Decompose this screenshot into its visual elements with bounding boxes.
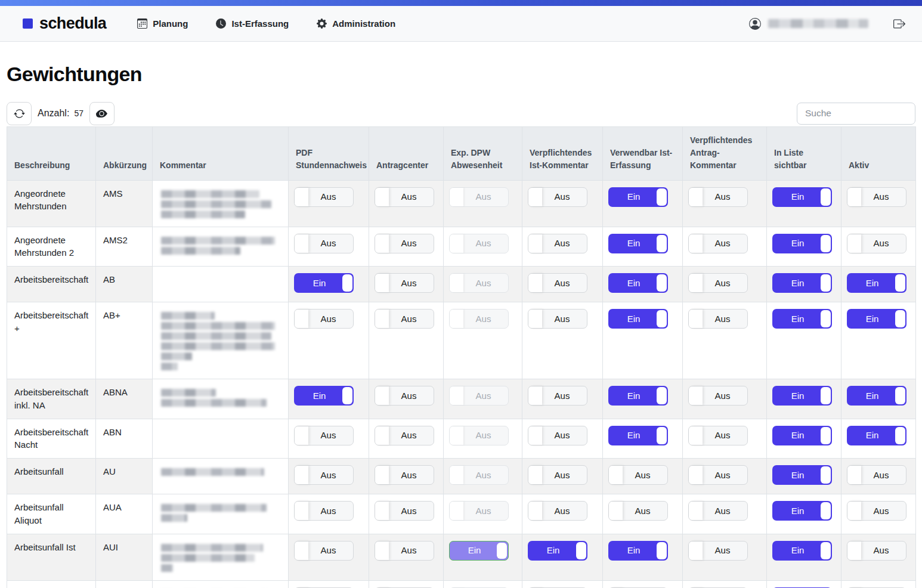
- toggle-antragcenter[interactable]: Aus: [375, 234, 434, 253]
- toggle-aktiv[interactable]: Aus: [847, 465, 906, 485]
- cell-verwendbar-ist-erfassung: Ein: [603, 534, 683, 580]
- toggle-in-liste-sichtbar[interactable]: Ein: [772, 234, 832, 253]
- toggle-verpflichtendes-ist-kommentar[interactable]: Aus: [528, 187, 587, 207]
- toggle-label: Aus: [467, 505, 491, 518]
- toggle-verwendbar-ist-erfassung[interactable]: Ein: [608, 187, 668, 207]
- toggle-verwendbar-ist-erfassung[interactable]: Ein: [608, 386, 668, 406]
- redacted-text-line: [161, 544, 263, 552]
- toggle-pdf-stundennachweis[interactable]: Aus: [294, 501, 354, 521]
- toggle-knob: [689, 466, 703, 484]
- toggle-in-liste-sichtbar[interactable]: Ein: [772, 187, 832, 207]
- toggle-verpflichtendes-antrag-kommentar[interactable]: Aus: [688, 426, 748, 445]
- toggle-verpflichtendes-antrag-kommentar[interactable]: Aus: [688, 501, 748, 521]
- toggle-verpflichtendes-antrag-kommentar[interactable]: Aus: [688, 309, 748, 329]
- toggle-aktiv[interactable]: Ein: [847, 426, 906, 445]
- toggle-verpflichtendes-ist-kommentar[interactable]: Aus: [528, 501, 587, 521]
- visibility-button[interactable]: [89, 102, 115, 125]
- toggle-verwendbar-ist-erfassung[interactable]: Aus: [608, 501, 668, 521]
- toggle-verwendbar-ist-erfassung[interactable]: Ein: [608, 273, 668, 293]
- toggle-aktiv[interactable]: Ein: [847, 309, 906, 329]
- cell-exp-dpw-abwesenheit: Aus: [444, 494, 522, 534]
- toggle-verwendbar-ist-erfassung[interactable]: Ein: [608, 541, 668, 561]
- nav-item-ist-erfassung[interactable]: Ist-Erfassung: [216, 18, 289, 29]
- toggle-knob: [497, 543, 507, 559]
- toggle-verwendbar-ist-erfassung[interactable]: Ein: [608, 234, 668, 253]
- toggle-pdf-stundennachweis[interactable]: Aus: [294, 234, 354, 253]
- toggle-pdf-stundennachweis[interactable]: Aus: [294, 426, 354, 445]
- toggle-verpflichtendes-antrag-kommentar[interactable]: Aus: [688, 386, 748, 406]
- toggle-knob: [689, 386, 703, 405]
- toggle-verpflichtendes-ist-kommentar[interactable]: Aus: [528, 309, 587, 329]
- toggle-label: Ein: [866, 312, 888, 326]
- cell-pdf-stundennachweis: Aus: [289, 459, 369, 494]
- toggle-knob: [528, 310, 542, 328]
- toggle-in-liste-sichtbar[interactable]: Ein: [772, 465, 832, 485]
- toggle-verpflichtendes-antrag-kommentar[interactable]: Aus: [688, 187, 748, 207]
- toggle-antragcenter[interactable]: Aus: [375, 541, 434, 561]
- redacted-text-line: [161, 322, 275, 330]
- toggle-pdf-stundennachweis[interactable]: Aus: [294, 465, 354, 485]
- toggle-in-liste-sichtbar[interactable]: Ein: [772, 386, 832, 406]
- toggle-antragcenter[interactable]: Aus: [375, 309, 434, 329]
- toggle-verpflichtendes-ist-kommentar[interactable]: Aus: [528, 426, 587, 445]
- toggle-antragcenter[interactable]: Aus: [375, 501, 434, 521]
- toggle-antragcenter[interactable]: Aus: [375, 426, 434, 445]
- cell-kommentar: [153, 580, 289, 588]
- toggle-label: Ein: [791, 237, 813, 250]
- toggle-in-liste-sichtbar[interactable]: Ein: [772, 309, 832, 329]
- toggle-aktiv[interactable]: Aus: [847, 187, 906, 207]
- cell-aktiv: Aus: [841, 180, 916, 227]
- toggle-aktiv[interactable]: Ein: [847, 273, 906, 293]
- toggle-antragcenter[interactable]: Aus: [375, 465, 434, 485]
- cell-kommentar: [153, 459, 289, 494]
- toggle-pdf-stundennachweis[interactable]: Aus: [294, 187, 354, 207]
- search-input[interactable]: [797, 103, 915, 125]
- toggle-aktiv[interactable]: Ein: [847, 386, 906, 406]
- toggle-verpflichtendes-antrag-kommentar[interactable]: Aus: [688, 465, 748, 485]
- cell-in-liste-sichtbar: Ein: [767, 227, 841, 267]
- toggle-knob: [450, 502, 463, 520]
- toggle-antragcenter[interactable]: Aus: [375, 386, 434, 406]
- toggle-antragcenter[interactable]: Aus: [375, 273, 434, 293]
- nav-item-administration[interactable]: Administration: [317, 18, 395, 29]
- toggle-verpflichtendes-antrag-kommentar[interactable]: Aus: [688, 234, 748, 253]
- toggle-pdf-stundennachweis[interactable]: Aus: [294, 309, 354, 329]
- refresh-button[interactable]: [7, 102, 32, 125]
- logout-button[interactable]: [893, 18, 905, 30]
- toggle-pdf-stundennachweis[interactable]: Ein: [294, 273, 354, 293]
- toggle-knob: [895, 274, 905, 292]
- toggle-aktiv[interactable]: Aus: [847, 234, 906, 253]
- redacted-comment: [155, 183, 286, 224]
- brand[interactable]: schedula: [23, 14, 106, 33]
- cell-in-liste-sichtbar: Ein: [767, 302, 841, 379]
- toggle-verpflichtendes-ist-kommentar[interactable]: Aus: [528, 465, 587, 485]
- nav-item-planung[interactable]: Planung: [137, 18, 188, 29]
- toggle-pdf-stundennachweis[interactable]: Aus: [294, 541, 354, 561]
- toggle-verwendbar-ist-erfassung[interactable]: Ein: [608, 309, 668, 329]
- toggle-verpflichtendes-ist-kommentar[interactable]: Ein: [528, 541, 587, 561]
- cell-verpflichtendes-antrag-kommentar: Aus: [683, 267, 767, 302]
- toggle-verpflichtendes-ist-kommentar[interactable]: Aus: [528, 386, 587, 406]
- toggle-aktiv[interactable]: Aus: [847, 541, 906, 561]
- toggle-knob: [689, 234, 703, 253]
- toggle-in-liste-sichtbar[interactable]: Ein: [772, 541, 832, 561]
- toggle-in-liste-sichtbar[interactable]: Ein: [772, 501, 832, 521]
- toggle-verpflichtendes-ist-kommentar[interactable]: Aus: [528, 234, 587, 253]
- redacted-comment: [155, 422, 286, 442]
- toggle-in-liste-sichtbar[interactable]: Ein: [772, 426, 832, 445]
- toggle-aktiv[interactable]: Aus: [847, 501, 906, 521]
- toggle-in-liste-sichtbar[interactable]: Ein: [772, 273, 832, 293]
- toggle-antragcenter[interactable]: Aus: [375, 187, 434, 207]
- table-body: Angeordnete MehrstundenAMSAusAusAusAusEi…: [7, 180, 916, 588]
- toggle-verpflichtendes-antrag-kommentar[interactable]: Aus: [688, 273, 748, 293]
- cell-beschreibung: Angeordnete Mehrstunden: [7, 180, 96, 227]
- column-header-verpflichtendes-antrag-kommentar: Verpflichtendes Antrag-Kommentar: [683, 126, 767, 180]
- toggle-knob: [450, 188, 463, 206]
- toggle-verwendbar-ist-erfassung[interactable]: Aus: [608, 465, 668, 485]
- toggle-pdf-stundennachweis[interactable]: Ein: [294, 386, 354, 406]
- toggle-verpflichtendes-antrag-kommentar[interactable]: Aus: [688, 541, 748, 561]
- toggle-verpflichtendes-ist-kommentar[interactable]: Aus: [528, 273, 587, 293]
- column-header-verpflichtendes-ist-kommentar: Verpflichtendes Ist-Kommentar: [522, 126, 603, 180]
- table-row: ArbeitsbereitschaftABEinAusAusAusEinAusE…: [7, 267, 916, 302]
- toggle-verwendbar-ist-erfassung[interactable]: Ein: [608, 426, 668, 445]
